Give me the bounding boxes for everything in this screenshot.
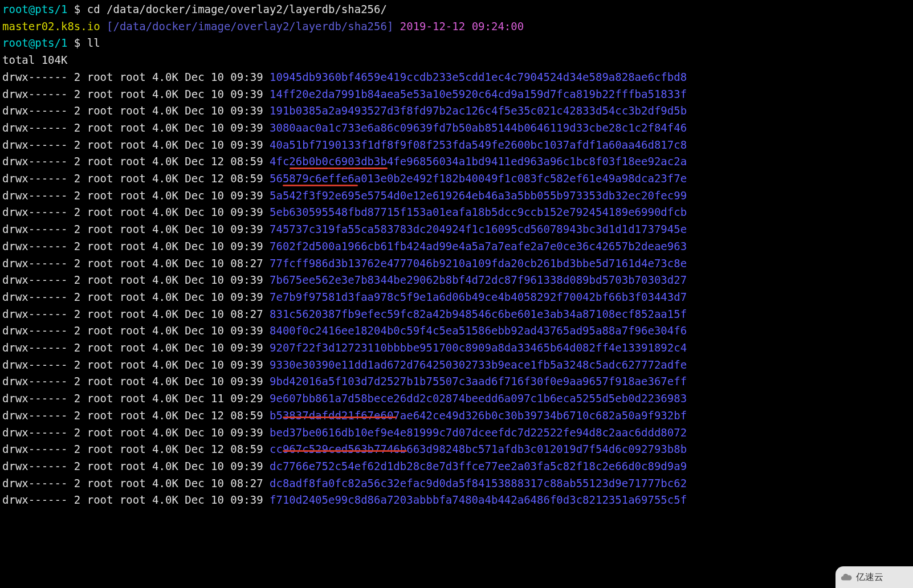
ls-dirname: cc967c529ced563b7746b663d98248bc571afdb3… [270,443,687,455]
status-host: master02.k8s.io [2,20,100,32]
terminal-line: drwx------ 2 root root 4.0K Dec 10 09:39… [2,204,911,221]
terminal-line: total 104K [2,52,911,69]
ls-permissions: drwx------ 2 root root 4.0K [2,409,185,422]
ls-datetime: Dec 12 08:59 [185,443,270,455]
terminal-line: master02.k8s.io [/data/docker/image/over… [2,18,911,35]
ls-dirname: 10945db9360bf4659e419ccdb233e5cdd1ec4c79… [270,71,687,83]
terminal-output[interactable]: root@pts/1 $ cd /data/docker/image/overl… [0,0,913,510]
ls-datetime: Dec 10 09:39 [185,121,270,134]
annotation-underline [290,168,388,169]
ls-dirname: 8400f0c2416ee18204b0c59f4c5ea51586ebb92a… [270,324,687,337]
ls-permissions: drwx------ 2 root root 4.0K [2,392,185,405]
ls-permissions: drwx------ 2 root root 4.0K [2,104,185,117]
annotation-underline [283,416,397,418]
ls-datetime: Dec 10 08:27 [185,308,270,320]
ls-permissions: drwx------ 2 root root 4.0K [2,358,185,371]
terminal-line: drwx------ 2 root root 4.0K Dec 10 09:39… [2,357,911,374]
ls-dirname: 191b0385a2a9493527d3f8fd97b2ac126c4f5e35… [270,104,687,117]
ls-permissions: drwx------ 2 root root 4.0K [2,172,185,185]
ls-dirname: f710d2405e99c8d86a7203abbbfa7480a4b442a6… [270,493,687,506]
ls-datetime: Dec 10 09:39 [185,273,270,286]
terminal-line: drwx------ 2 root root 4.0K Dec 10 09:39… [2,86,911,103]
ls-datetime: Dec 10 09:39 [185,138,270,151]
terminal-line: drwx------ 2 root root 4.0K Dec 10 08:27… [2,475,911,492]
ls-datetime: Dec 10 09:39 [185,358,270,371]
ls-dirname: dc7766e752c54ef62d1db28c8e7d3ffce77ee2a0… [270,460,687,472]
ls-datetime: Dec 10 09:39 [185,426,270,439]
terminal-line: drwx------ 2 root root 4.0K Dec 10 09:39… [2,373,911,390]
cloud-icon [840,571,853,583]
terminal-line: drwx------ 2 root root 4.0K Dec 10 09:39… [2,289,911,306]
ls-permissions: drwx------ 2 root root 4.0K [2,375,185,387]
ls-permissions: drwx------ 2 root root 4.0K [2,308,185,320]
annotation-underline [283,450,407,452]
ls-dirname: dc8adf8fa0fc82a56c32efac9d0da5f841538883… [270,477,687,489]
terminal-line: drwx------ 2 root root 4.0K Dec 10 09:39… [2,238,911,255]
ls-permissions: drwx------ 2 root root 4.0K [2,460,185,472]
ls-dirname: 5a542f3f92e695e5754d0e12e619264eb46a3a5b… [270,189,687,202]
ls-permissions: drwx------ 2 root root 4.0K [2,223,185,235]
terminal-line: drwx------ 2 root root 4.0K Dec 12 08:59… [2,407,911,424]
ls-datetime: Dec 12 08:59 [185,409,270,422]
ls-dirname: 5eb630595548fbd87715f153a01eafa18b5dcc9c… [270,206,687,218]
ls-datetime: Dec 10 09:39 [185,375,270,387]
prompt-dollar: $ [67,3,87,15]
ls-dirname: 7e7b9f97581d3faa978c5f9e1a6d06b49ce4b405… [270,291,687,303]
ls-permissions: drwx------ 2 root root 4.0K [2,138,185,151]
ls-dirname: 3080aac0a1c733e6a86c09639fd7b50ab85144b0… [270,121,687,134]
ls-dirname: 7602f2d500a1966cb61fb424ad99e4a5a7a7eafe… [270,240,687,252]
terminal-line: drwx------ 2 root root 4.0K Dec 12 08:59… [2,441,911,458]
ls-permissions: drwx------ 2 root root 4.0K [2,273,185,286]
ls-datetime: Dec 10 09:39 [185,189,270,202]
ls-permissions: drwx------ 2 root root 4.0K [2,206,185,218]
ls-datetime: Dec 10 09:39 [185,291,270,303]
ls-dirname: 77fcff986d3b13762e4777046b9210a109fda20c… [270,257,687,270]
prompt-dollar: $ [67,36,87,49]
ls-permissions: drwx------ 2 root root 4.0K [2,493,185,506]
terminal-line: drwx------ 2 root root 4.0K Dec 10 09:39… [2,458,911,475]
ls-permissions: drwx------ 2 root root 4.0K [2,121,185,134]
terminal-line: drwx------ 2 root root 4.0K Dec 10 09:39… [2,340,911,357]
ls-datetime: Dec 12 08:59 [185,172,270,185]
terminal-line: drwx------ 2 root root 4.0K Dec 10 08:27… [2,306,911,323]
terminal-line: drwx------ 2 root root 4.0K Dec 10 09:39… [2,120,911,137]
terminal-line: drwx------ 2 root root 4.0K Dec 10 09:39… [2,492,911,509]
ls-dirname: 565879c6effe6a013e0b2e492f182b40049f1c08… [270,172,687,185]
ls-dirname: 7b675ee562e3e7b8344be29062b8bf4d72dc87f9… [270,273,687,286]
ls-permissions: drwx------ 2 root root 4.0K [2,71,185,83]
ls-datetime: Dec 10 09:39 [185,493,270,506]
ls-permissions: drwx------ 2 root root 4.0K [2,324,185,337]
watermark-badge: 亿速云 [835,566,913,588]
ls-datetime: Dec 10 09:39 [185,88,270,100]
ls-permissions: drwx------ 2 root root 4.0K [2,240,185,252]
ls-dirname: 745737c319fa55ca583783dc204924f1c16095cd… [270,223,687,235]
terminal-line: drwx------ 2 root root 4.0K Dec 10 08:27… [2,255,911,272]
ls-permissions: drwx------ 2 root root 4.0K [2,88,185,100]
ls-dirname: 9207f22f3d12723110bbbbe951700c8909a8da33… [270,341,687,354]
ls-datetime: Dec 12 08:59 [185,155,270,168]
ls-datetime: Dec 10 09:39 [185,206,270,218]
annotation-underline [283,185,358,186]
terminal-line: root@pts/1 $ cd /data/docker/image/overl… [2,1,911,18]
terminal-line: drwx------ 2 root root 4.0K Dec 12 08:59… [2,170,911,187]
terminal-line: root@pts/1 $ ll [2,35,911,52]
ls-datetime: Dec 11 09:29 [185,392,270,405]
ls-datetime: Dec 10 09:39 [185,223,270,235]
ls-dirname: 40a51bf7190133f1df8f9f08f253fda549fe2600… [270,138,687,151]
terminal-line: drwx------ 2 root root 4.0K Dec 12 08:59… [2,153,911,170]
status-path: [/data/docker/image/overlay2/layerdb/sha… [100,20,394,32]
ls-dirname: 831c5620387fb9efec59fc82a42b948546c6be60… [270,308,687,320]
ls-dirname: b53837dafdd21f67e607ae642ce49d326b0c30b3… [270,409,687,422]
watermark-text: 亿速云 [856,569,883,586]
ls-dirname: 9bd42016a5f103d7d2527b1b75507c3aad6f716f… [270,375,687,387]
ls-permissions: drwx------ 2 root root 4.0K [2,443,185,455]
ls-datetime: Dec 10 08:27 [185,477,270,489]
ls-dirname: 14ff20e2da7991b84aea5e53a10e5920c64cd9a1… [270,88,687,100]
terminal-line: drwx------ 2 root root 4.0K Dec 10 09:39… [2,187,911,205]
ls-datetime: Dec 10 09:39 [185,104,270,117]
ls-permissions: drwx------ 2 root root 4.0K [2,257,185,270]
status-timestamp: 2019-12-12 09:24:00 [393,20,524,32]
terminal-line: drwx------ 2 root root 4.0K Dec 10 09:39… [2,69,911,86]
ls-datetime: Dec 10 09:39 [185,341,270,354]
terminal-line: drwx------ 2 root root 4.0K Dec 10 09:39… [2,221,911,238]
